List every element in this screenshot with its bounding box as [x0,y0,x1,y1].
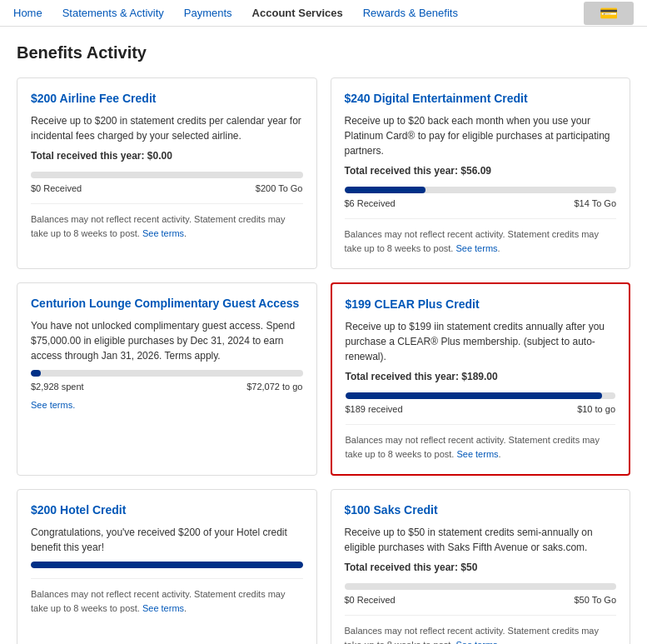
progress-label-right-digital-entertainment: $14 To Go [574,198,616,208]
benefit-card-digital-entertainment: $240 Digital Entertainment CreditReceive… [331,77,631,269]
see-terms-link-hotel-credit[interactable]: See terms [142,603,184,613]
benefit-title-airline-fee: $200 Airline Fee Credit [31,92,303,105]
benefit-total-airline-fee: Total received this year: $0.00 [31,150,303,162]
nav-statements[interactable]: Statements & Activity [62,0,164,27]
benefit-description-centurion-lounge: You have not unlocked complimentary gues… [31,318,303,363]
progress-container-saks-credit: $0 Received $50 To Go [345,583,617,605]
see-terms-link-airline-fee[interactable]: See terms [142,228,184,238]
progress-track-hotel-credit [31,562,303,568]
see-terms-link-centurion-lounge[interactable]: See terms. [31,400,75,410]
progress-labels-clear-plus: $189 received $10 to go [346,404,616,414]
disclaimer-digital-entertainment: Balances may not reflect recent activity… [345,218,617,255]
benefit-description-digital-entertainment: Receive up to $20 back each month when y… [345,113,617,158]
progress-labels-saks-credit: $0 Received $50 To Go [345,595,617,605]
benefit-card-hotel-credit: $200 Hotel CreditCongratulations, you've… [17,489,317,644]
benefits-grid: $200 Airline Fee CreditReceive up to $20… [17,77,630,644]
benefit-total-digital-entertainment: Total received this year: $56.09 [345,165,617,177]
progress-label-right-saks-credit: $50 To Go [574,595,616,605]
progress-track-centurion-lounge [31,370,303,377]
progress-fill-centurion-lounge [31,370,41,377]
progress-container-hotel-credit [31,562,303,568]
progress-label-right-airline-fee: $200 To Go [256,183,303,193]
card-icon: 💳 [584,2,634,25]
progress-label-left-airline-fee: $0 Received [31,183,82,193]
disclaimer-saks-credit: Balances may not reflect recent activity… [345,615,617,644]
progress-track-airline-fee [31,172,303,178]
benefit-card-centurion-lounge: Centurion Lounge Complimentary Guest Acc… [17,282,317,476]
progress-labels-centurion-lounge: $2,928 spent $72,072 to go [31,382,303,392]
nav-home[interactable]: Home [13,0,42,27]
disclaimer-airline-fee: Balances may not reflect recent activity… [31,203,303,240]
progress-label-left-saks-credit: $0 Received [345,595,396,605]
progress-label-right-clear-plus: $10 to go [577,404,615,414]
progress-track-saks-credit [345,583,617,590]
page-title: Benefits Activity [17,43,630,62]
progress-track-digital-entertainment [345,187,617,193]
progress-container-airline-fee: $0 Received $200 To Go [31,172,303,193]
benefit-card-airline-fee: $200 Airline Fee CreditReceive up to $20… [17,77,317,269]
progress-fill-digital-entertainment [345,187,426,193]
progress-label-left-clear-plus: $189 received [346,404,403,414]
benefit-card-saks-credit: $100 Saks CreditReceive up to $50 in sta… [331,489,631,644]
main-content: Benefits Activity $200 Airline Fee Credi… [0,27,647,644]
progress-label-right-centurion-lounge: $72,072 to go [246,382,302,392]
disclaimer-clear-plus: Balances may not reflect recent activity… [346,424,616,461]
benefit-title-clear-plus: $199 CLEAR Plus Credit [346,297,616,311]
benefit-total-saks-credit: Total received this year: $50 [345,562,617,573]
progress-container-centurion-lounge: $2,928 spent $72,072 to go [31,370,303,392]
benefit-title-saks-credit: $100 Saks Credit [345,503,617,517]
benefit-description-hotel-credit: Congratulations, you've received $200 of… [31,525,303,555]
benefit-total-clear-plus: Total received this year: $189.00 [346,371,616,382]
nav-account-services[interactable]: Account Services [252,0,343,27]
benefit-description-saks-credit: Receive up to $50 in statement credits s… [345,525,617,555]
progress-labels-digital-entertainment: $6 Received $14 To Go [345,198,617,208]
see-terms-link-saks-credit[interactable]: See terms [455,640,497,645]
progress-fill-clear-plus [346,392,602,399]
progress-container-clear-plus: $189 received $10 to go [346,392,616,414]
progress-labels-airline-fee: $0 Received $200 To Go [31,183,303,193]
benefit-title-centurion-lounge: Centurion Lounge Complimentary Guest Acc… [31,297,303,310]
top-navigation: Home Statements & Activity Payments Acco… [0,0,647,27]
benefit-description-clear-plus: Receive up to $199 iin statement credits… [346,319,616,364]
benefit-title-hotel-credit: $200 Hotel Credit [31,503,303,517]
progress-label-left-centurion-lounge: $2,928 spent [31,382,84,392]
benefit-title-digital-entertainment: $240 Digital Entertainment Credit [345,92,617,105]
nav-rewards[interactable]: Rewards & Benefits [363,0,458,27]
progress-container-digital-entertainment: $6 Received $14 To Go [345,187,617,208]
see-terms-standalone-centurion-lounge[interactable]: See terms. [31,400,303,410]
benefit-description-airline-fee: Receive up to $200 in statement credits … [31,113,303,143]
see-terms-link-clear-plus[interactable]: See terms [456,449,498,459]
progress-fill-hotel-credit [31,562,303,568]
benefit-card-clear-plus: $199 CLEAR Plus CreditReceive up to $199… [331,282,631,476]
progress-label-left-digital-entertainment: $6 Received [345,198,396,208]
see-terms-link-digital-entertainment[interactable]: See terms [455,243,497,253]
progress-track-clear-plus [346,392,616,399]
disclaimer-hotel-credit: Balances may not reflect recent activity… [31,578,303,615]
nav-payments[interactable]: Payments [184,0,232,27]
